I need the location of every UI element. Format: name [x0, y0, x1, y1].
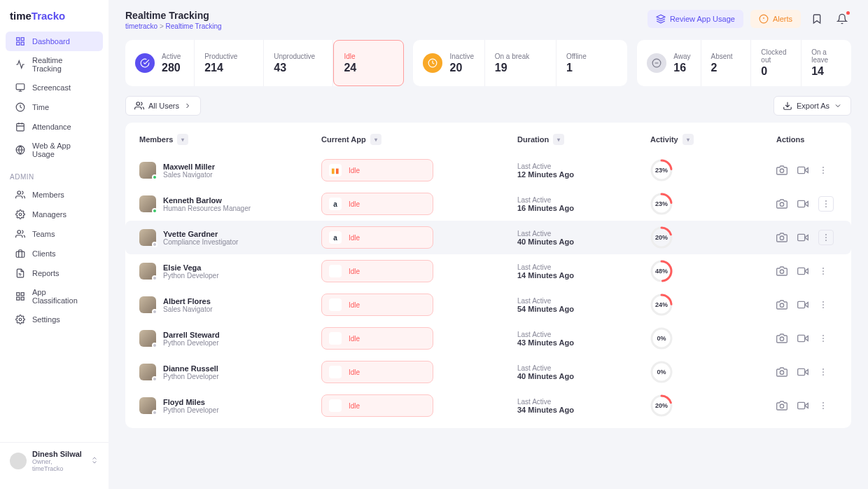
nav-item-settings[interactable]: Settings	[6, 310, 103, 329]
more-button[interactable]	[818, 165, 828, 175]
svg-point-16	[19, 318, 22, 321]
avatar	[139, 330, 156, 347]
more-button[interactable]	[818, 333, 828, 343]
pulse-icon	[15, 60, 25, 69]
stat-inactive[interactable]: Inactive20	[413, 40, 484, 86]
nav-item-clients[interactable]: Clients	[6, 244, 103, 263]
nav-item-time[interactable]: Time	[6, 97, 103, 117]
table-row[interactable]: Elsie Vega Python Developer Idle Last Ac…	[125, 254, 851, 288]
table-row[interactable]: Maxwell Miller Sales Navigator ▮▮ Idle L…	[125, 153, 851, 187]
screenshot-button[interactable]	[776, 400, 788, 411]
chevron-down-icon	[834, 102, 842, 110]
table-header: Members▾ Current App▾ Duration▾ Activity…	[125, 134, 851, 153]
svg-rect-2	[21, 42, 24, 45]
nav: Dashboard Realtime Tracking Screencast T…	[0, 32, 108, 442]
notifications-button[interactable]	[833, 10, 851, 28]
screenshot-button[interactable]	[776, 232, 788, 243]
stat-clocked-out[interactable]: Clocked out0	[751, 40, 802, 86]
current-app-pill: ▮▮ Idle	[321, 159, 433, 181]
nav-item-dashboard[interactable]: Dashboard	[6, 32, 103, 51]
stat-productive[interactable]: Productive214	[195, 40, 264, 86]
sort-button[interactable]: ▾	[682, 134, 694, 145]
screenshot-button[interactable]	[776, 333, 788, 344]
screenshot-button[interactable]	[776, 165, 788, 176]
table-row[interactable]: Kenneth Barlow Human Resources Manager a…	[125, 187, 851, 221]
crumb-current: Realtime Tracking	[166, 22, 222, 30]
member-name: Darrell Steward	[163, 331, 220, 339]
briefcase-icon	[15, 249, 25, 259]
svg-point-51	[780, 303, 783, 307]
avatar	[139, 229, 156, 246]
screenshot-button[interactable]	[776, 198, 788, 209]
table-row[interactable]: Yvette Gardner Compliance Investigator a…	[125, 221, 851, 254]
screenshot-button[interactable]	[776, 299, 788, 310]
nav-item-teams[interactable]: Teams	[6, 224, 103, 244]
nav-item-app-classification[interactable]: App Classification	[6, 283, 103, 310]
nav-item-realtime-tracking[interactable]: Realtime Tracking	[6, 51, 103, 78]
member-name: Floyd Miles	[163, 398, 219, 406]
sort-button[interactable]: ▾	[370, 134, 382, 145]
video-button[interactable]	[797, 232, 808, 243]
screenshot-button[interactable]	[776, 266, 788, 277]
video-button[interactable]	[797, 333, 808, 344]
more-button[interactable]	[818, 300, 828, 310]
video-button[interactable]	[797, 266, 808, 277]
svg-point-10	[18, 230, 21, 234]
stat-unproductive[interactable]: Unproductive43	[264, 40, 333, 86]
nav-item-managers[interactable]: Managers	[6, 205, 103, 224]
review-app-usage-button[interactable]: Review App Usage	[648, 10, 743, 28]
nav-item-members[interactable]: Members	[6, 185, 103, 205]
stat-on-a-break[interactable]: On a break19	[485, 40, 556, 86]
video-button[interactable]	[797, 400, 808, 411]
crumb-root[interactable]: timetracko	[125, 22, 158, 30]
svg-point-40	[825, 237, 827, 238]
bell-icon	[836, 13, 848, 25]
nav-item-web-app-usage[interactable]: Web & App Usage	[6, 137, 103, 163]
svg-point-54	[822, 304, 824, 305]
table-row[interactable]: Albert Flores Sales Navigator Idle Last …	[125, 288, 851, 322]
video-button[interactable]	[797, 165, 808, 176]
more-button[interactable]	[818, 230, 834, 245]
all-users-filter[interactable]: All Users	[125, 96, 201, 116]
nav-item-reports[interactable]: Reports	[6, 263, 103, 283]
table-row[interactable]: Dianne Russell Python Developer Idle Las…	[125, 355, 851, 389]
table-row[interactable]: Floyd Miles Python Developer Idle Last A…	[125, 389, 851, 422]
breadcrumb: timetracko > Realtime Tracking	[125, 22, 222, 30]
svg-point-65	[780, 371, 783, 374]
user-footer[interactable]: Dinesh Silwal Owner, timeTracko	[0, 442, 108, 479]
more-button[interactable]	[818, 196, 834, 212]
activity-gauge: 23%	[650, 159, 673, 181]
table-row[interactable]: Darrell Steward Python Developer Idle La…	[125, 322, 851, 355]
stat-active[interactable]: Active280	[125, 40, 195, 86]
activity-gauge: 20%	[650, 226, 673, 249]
stat-offline[interactable]: Offline1	[556, 40, 627, 86]
more-button[interactable]	[818, 367, 828, 377]
more-button[interactable]	[818, 401, 828, 411]
svg-rect-59	[798, 335, 805, 341]
export-as-button[interactable]: Export As	[774, 96, 851, 116]
svg-point-30	[780, 202, 783, 206]
svg-rect-3	[17, 42, 20, 45]
stat-on-a-leave[interactable]: On a leave14	[802, 40, 851, 86]
users-icon	[15, 190, 25, 200]
stat-idle[interactable]: Idle24	[333, 40, 403, 86]
nav-item-screencast[interactable]: Screencast	[6, 78, 103, 97]
stat-away[interactable]: Away16	[637, 40, 701, 86]
alerts-button[interactable]: Alerts	[750, 10, 801, 28]
bookmark-button[interactable]	[808, 10, 826, 28]
sort-button[interactable]: ▾	[553, 134, 564, 145]
svg-point-74	[822, 402, 824, 404]
more-button[interactable]	[818, 266, 828, 276]
cal-icon	[15, 122, 25, 132]
nav-item-attendance[interactable]: Attendance	[6, 117, 103, 137]
screenshot-button[interactable]	[776, 366, 788, 378]
stat-absent[interactable]: Absent2	[701, 40, 752, 86]
video-button[interactable]	[797, 198, 808, 209]
svg-point-55	[822, 307, 824, 308]
app-icon: a	[329, 198, 342, 210]
sort-button[interactable]: ▾	[177, 134, 188, 145]
activity-gauge: 0%	[650, 361, 673, 383]
svg-point-33	[825, 203, 827, 205]
video-button[interactable]	[797, 299, 808, 310]
video-button[interactable]	[797, 366, 808, 378]
